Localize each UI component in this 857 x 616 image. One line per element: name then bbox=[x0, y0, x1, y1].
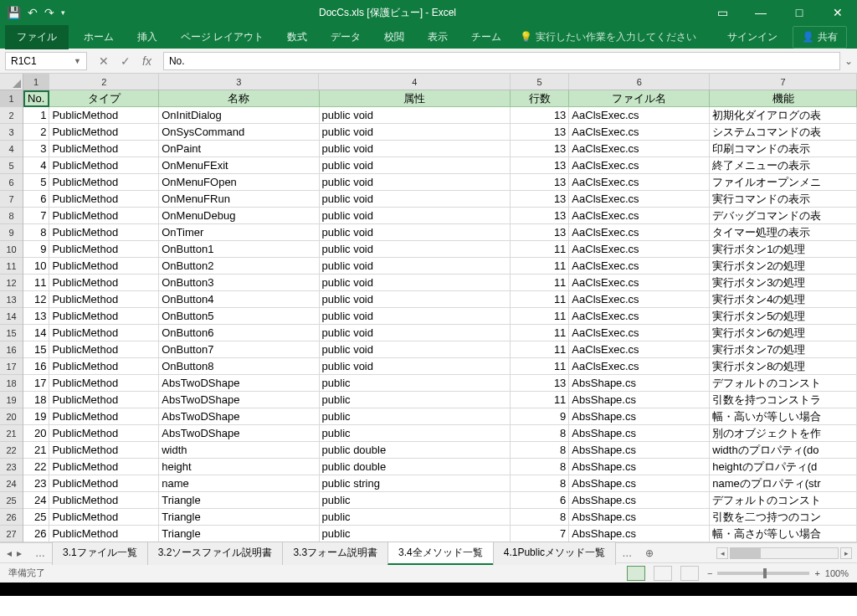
tab-ribbon[interactable]: ページ レイアウト bbox=[169, 25, 275, 49]
cell[interactable]: public void bbox=[320, 107, 511, 124]
cell[interactable]: 8 bbox=[23, 224, 49, 241]
cell[interactable]: 17 bbox=[23, 375, 49, 392]
sheet-tab[interactable]: 4.1Publicメソッド一覧 bbox=[493, 542, 616, 565]
cell[interactable]: PublicMethod bbox=[49, 425, 159, 442]
cell[interactable]: AbsShape.cs bbox=[569, 509, 710, 526]
grid[interactable]: 1234567 No.タイプ名称属性行数ファイル名機能1PublicMethod… bbox=[23, 74, 857, 542]
cell[interactable]: AbsShape.cs bbox=[569, 392, 710, 408]
cell[interactable]: PublicMethod bbox=[49, 141, 159, 157]
tab-ribbon[interactable]: 校閲 bbox=[372, 25, 416, 49]
cell[interactable]: 11 bbox=[23, 275, 49, 291]
zoom-thumb[interactable] bbox=[763, 568, 767, 578]
name-box[interactable]: R1C1 ▼ bbox=[5, 52, 87, 70]
cell[interactable]: AbsTwoDShape bbox=[159, 375, 319, 392]
cell[interactable]: public bbox=[320, 526, 511, 542]
view-normal-button[interactable] bbox=[627, 566, 645, 581]
tab-ellipsis-right[interactable]: … bbox=[615, 547, 639, 559]
ribbon-options-icon[interactable]: ▭ bbox=[703, 6, 742, 19]
cell[interactable]: public bbox=[320, 392, 511, 408]
cell[interactable]: nameのプロパティ(str bbox=[710, 475, 857, 492]
zoom-slider[interactable] bbox=[717, 572, 809, 575]
cell[interactable]: 6 bbox=[23, 191, 49, 208]
cell[interactable]: OnSysCommand bbox=[159, 124, 319, 141]
select-all-button[interactable] bbox=[0, 74, 23, 90]
cell[interactable]: 実行ボタン6の処理 bbox=[710, 325, 857, 341]
cell[interactable]: 引数を二つ持つのコン bbox=[710, 509, 857, 526]
cell[interactable]: システムコマンドの表 bbox=[710, 124, 857, 141]
row-header[interactable]: 4 bbox=[0, 141, 23, 157]
cell[interactable]: 13 bbox=[511, 375, 569, 392]
cell[interactable]: デバッグコマンドの表 bbox=[710, 208, 857, 224]
cell[interactable]: 8 bbox=[511, 475, 569, 492]
row-header[interactable]: 5 bbox=[0, 157, 23, 174]
header-cell[interactable]: 行数 bbox=[511, 90, 569, 107]
cell[interactable]: public void bbox=[320, 275, 511, 291]
cell[interactable]: PublicMethod bbox=[49, 492, 159, 509]
row-header[interactable]: 25 bbox=[0, 492, 23, 509]
cell[interactable]: AaClsExec.cs bbox=[569, 275, 710, 291]
header-cell[interactable]: No. bbox=[23, 90, 49, 107]
cell[interactable]: height bbox=[159, 459, 319, 475]
cell[interactable]: AaClsExec.cs bbox=[569, 308, 710, 325]
cell[interactable]: OnMenuFOpen bbox=[159, 174, 319, 191]
cell[interactable]: 9 bbox=[511, 408, 569, 425]
signin-link[interactable]: サインイン bbox=[717, 30, 788, 44]
undo-icon[interactable]: ↶ bbox=[28, 6, 38, 19]
cell[interactable]: デフォルトのコンスト bbox=[710, 375, 857, 392]
cell[interactable]: 14 bbox=[23, 325, 49, 341]
cell[interactable]: AbsShape.cs bbox=[569, 375, 710, 392]
row-header[interactable]: 22 bbox=[0, 442, 23, 459]
cell[interactable]: 7 bbox=[23, 208, 49, 224]
cell[interactable]: width bbox=[159, 442, 319, 459]
sheet-tab[interactable]: 3.1ファイル一覧 bbox=[52, 542, 148, 565]
cell[interactable]: 8 bbox=[511, 442, 569, 459]
scroll-right-icon[interactable]: ▸ bbox=[840, 547, 852, 559]
cell[interactable]: 11 bbox=[511, 275, 569, 291]
cell[interactable]: AaClsExec.cs bbox=[569, 258, 710, 275]
cell[interactable]: 終了メニューの表示 bbox=[710, 157, 857, 174]
sheet-tab[interactable]: 3.2ソースファイル説明書 bbox=[147, 542, 284, 565]
cell[interactable]: Triangle bbox=[159, 492, 319, 509]
new-sheet-button[interactable]: ⊕ bbox=[639, 547, 660, 559]
cell[interactable]: 別のオブジェクトを作 bbox=[710, 425, 857, 442]
row-header[interactable]: 10 bbox=[0, 241, 23, 258]
zoom-in-icon[interactable]: + bbox=[814, 568, 819, 578]
cell[interactable]: AbsShape.cs bbox=[569, 459, 710, 475]
cell[interactable]: AaClsExec.cs bbox=[569, 107, 710, 124]
header-cell[interactable]: 属性 bbox=[320, 90, 511, 107]
cell[interactable]: AbsTwoDShape bbox=[159, 425, 319, 442]
row-header[interactable]: 17 bbox=[0, 358, 23, 375]
row-header[interactable]: 11 bbox=[0, 258, 23, 275]
row-header[interactable]: 9 bbox=[0, 224, 23, 241]
column-header[interactable]: 3 bbox=[159, 74, 319, 90]
cell[interactable]: public bbox=[320, 375, 511, 392]
cell[interactable]: widthのプロパティ(do bbox=[710, 442, 857, 459]
nav-prev-icon[interactable]: ◂ bbox=[7, 547, 12, 559]
cell[interactable]: heightのプロパティ(d bbox=[710, 459, 857, 475]
cell[interactable]: ファイルオープンメニ bbox=[710, 174, 857, 191]
cell[interactable]: AaClsExec.cs bbox=[569, 325, 710, 341]
cell[interactable]: 4 bbox=[23, 157, 49, 174]
cell[interactable]: public void bbox=[320, 308, 511, 325]
row-header[interactable]: 2 bbox=[0, 107, 23, 124]
cell[interactable]: 15 bbox=[23, 341, 49, 358]
cell[interactable]: 13 bbox=[511, 107, 569, 124]
cell[interactable]: public double bbox=[320, 442, 511, 459]
cell[interactable]: AbsShape.cs bbox=[569, 425, 710, 442]
tab-ellipsis-left[interactable]: … bbox=[28, 547, 52, 559]
cell[interactable]: PublicMethod bbox=[49, 442, 159, 459]
cell[interactable]: public void bbox=[320, 124, 511, 141]
cell[interactable]: public double bbox=[320, 459, 511, 475]
cell[interactable]: 13 bbox=[23, 308, 49, 325]
cell[interactable]: PublicMethod bbox=[49, 308, 159, 325]
row-header[interactable]: 3 bbox=[0, 124, 23, 141]
cell[interactable]: 11 bbox=[511, 358, 569, 375]
cell[interactable]: 実行ボタン5の処理 bbox=[710, 308, 857, 325]
cell[interactable]: 22 bbox=[23, 459, 49, 475]
cell[interactable]: public void bbox=[320, 258, 511, 275]
row-header[interactable]: 6 bbox=[0, 174, 23, 191]
scroll-track[interactable] bbox=[730, 547, 839, 559]
cell[interactable]: 13 bbox=[511, 208, 569, 224]
row-header[interactable]: 26 bbox=[0, 509, 23, 526]
cell[interactable]: 幅・高いが等しい場合 bbox=[710, 408, 857, 425]
